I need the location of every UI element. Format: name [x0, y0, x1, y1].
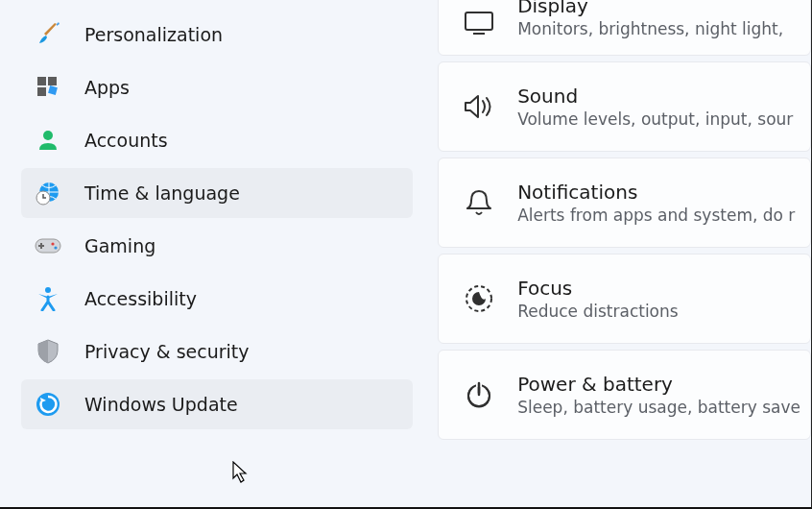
globe-clock-icon	[35, 180, 61, 206]
sidebar-item-accounts[interactable]: Accounts	[21, 115, 413, 165]
svg-point-10	[45, 287, 51, 293]
sidebar-item-windows-update[interactable]: Windows Update	[21, 379, 413, 429]
card-title: Power & battery	[517, 372, 800, 397]
card-subtitle: Monitors, brightness, night light,	[517, 18, 783, 39]
card-display[interactable]: Display Monitors, brightness, night ligh…	[438, 0, 811, 56]
system-settings-list: Display Monitors, brightness, night ligh…	[438, 0, 811, 507]
sidebar-item-apps[interactable]: Apps	[21, 62, 413, 112]
focus-icon	[458, 278, 500, 320]
card-sound[interactable]: Sound Volume levels, output, input, sour	[438, 61, 811, 152]
card-title: Display	[517, 0, 783, 18]
svg-rect-1	[48, 77, 57, 85]
apps-icon	[35, 74, 61, 101]
card-subtitle: Volume levels, output, input, sour	[517, 109, 793, 130]
svg-point-4	[43, 131, 53, 140]
update-sync-icon	[35, 391, 61, 418]
card-subtitle: Reduce distractions	[517, 301, 679, 322]
svg-point-8	[51, 242, 54, 245]
sidebar-item-gaming[interactable]: Gaming	[21, 221, 413, 271]
sidebar-item-accessibility[interactable]: Accessibility	[21, 274, 413, 324]
card-title: Notifications	[517, 180, 795, 205]
person-icon	[35, 127, 61, 154]
svg-rect-3	[48, 85, 58, 95]
sidebar-item-label: Personalization	[84, 24, 223, 45]
sidebar-item-label: Time & language	[84, 182, 240, 204]
card-focus[interactable]: Focus Reduce distractions	[438, 254, 811, 344]
bell-icon	[458, 182, 500, 224]
sidebar-item-time-language[interactable]: Time & language	[21, 168, 413, 218]
card-subtitle: Sleep, battery usage, battery save	[517, 397, 800, 418]
svg-point-9	[54, 246, 57, 249]
sidebar-item-label: Windows Update	[84, 394, 238, 415]
sidebar-item-label: Accessibility	[84, 288, 197, 309]
card-title: Sound	[517, 84, 793, 109]
sidebar-item-label: Gaming	[84, 235, 155, 256]
shield-icon	[35, 338, 61, 365]
sidebar-item-privacy-security[interactable]: Privacy & security	[21, 327, 413, 376]
sidebar-item-personalization[interactable]: Personalization	[21, 10, 413, 60]
sidebar-item-label: Apps	[84, 77, 130, 98]
accessibility-icon	[35, 285, 61, 312]
power-icon	[458, 374, 500, 416]
gamepad-icon	[35, 232, 61, 259]
monitor-icon	[458, 3, 500, 45]
card-notifications[interactable]: Notifications Alerts from apps and syste…	[438, 158, 811, 248]
svg-rect-12	[466, 12, 492, 30]
paintbrush-icon	[35, 21, 61, 48]
card-subtitle: Alerts from apps and system, do r	[517, 205, 795, 226]
card-power-battery[interactable]: Power & battery Sleep, battery usage, ba…	[438, 350, 811, 440]
card-title: Focus	[517, 276, 679, 301]
speaker-icon	[458, 85, 500, 128]
sidebar-item-label: Accounts	[84, 130, 168, 151]
svg-rect-2	[37, 87, 46, 96]
settings-sidebar: Personalization Apps Accounts	[0, 0, 432, 507]
sidebar-item-label: Privacy & security	[84, 341, 250, 362]
svg-rect-0	[37, 77, 46, 85]
